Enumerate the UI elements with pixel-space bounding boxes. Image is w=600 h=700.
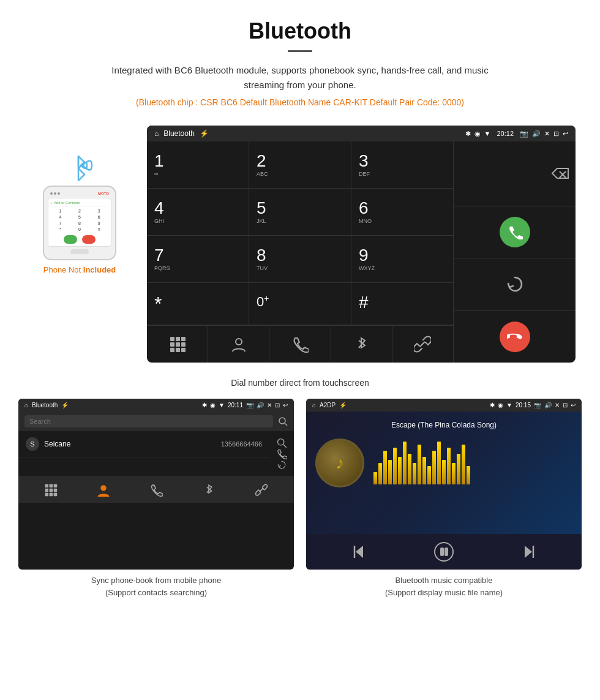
- dial-key-0[interactable]: 0+: [249, 283, 351, 325]
- bottom-screenshots: ⌂ Bluetooth ⚡ ✱ ◉ ▼ 20:11 📷 🔊 ✕ ⊡ ↩: [0, 399, 600, 598]
- list-item[interactable]: S Seicane 13566664466: [18, 431, 269, 457]
- phone-home-button: [70, 249, 89, 254]
- dial-key-2[interactable]: 2 ABC: [249, 141, 351, 188]
- music-loc-icon: ◉: [498, 402, 503, 408]
- pb-sig-icon: ▼: [219, 402, 225, 408]
- pb-main: S Seicane 13566664466: [18, 431, 269, 476]
- music-x-icon[interactable]: ✕: [555, 402, 560, 408]
- pb-bluetooth-bottom-icon[interactable]: [202, 483, 216, 497]
- home-icon[interactable]: ⌂: [154, 129, 159, 138]
- camera-icon[interactable]: 📷: [520, 130, 528, 138]
- music-title: A2DP: [320, 402, 336, 408]
- dial-statusbar: ⌂ Bluetooth ⚡ ✱ ◉ ▼ 20:12 📷 🔊 ✕ ⊡ ↩: [147, 126, 576, 141]
- music-home-icon[interactable]: ⌂: [312, 402, 316, 408]
- volume-icon[interactable]: 🔊: [532, 130, 541, 138]
- pb-refresh-sidebar-icon[interactable]: [276, 459, 287, 470]
- dial-key-1[interactable]: 1 ∞: [147, 141, 249, 188]
- viz-bar: [457, 454, 460, 484]
- music-back-icon[interactable]: ↩: [571, 402, 576, 408]
- viz-bar: [393, 448, 397, 484]
- statusbar-title: Bluetooth: [163, 129, 195, 138]
- contact-list-area: S Seicane 13566664466: [18, 431, 294, 476]
- dialpad-phone-icon[interactable]: [269, 326, 331, 363]
- dialpad-bottom-icons: [147, 325, 453, 363]
- pb-phone-sidebar-icon[interactable]: [276, 448, 287, 459]
- pb-win-icon[interactable]: ⊡: [275, 402, 280, 408]
- redial-button[interactable]: [504, 274, 525, 295]
- music-usb-icon: ⚡: [339, 402, 347, 408]
- call-button[interactable]: [500, 217, 530, 247]
- svg-marker-32: [525, 546, 532, 558]
- music-screen: ⌂ A2DP ⚡ ✱ ◉ ▼ 20:15 📷 🔊 ✕ ⊡ ↩ E: [306, 399, 582, 570]
- viz-bar: [452, 463, 456, 484]
- back-icon[interactable]: ↩: [563, 130, 568, 138]
- play-pause-button[interactable]: [433, 541, 454, 562]
- dial-key-5[interactable]: 5 JKL: [249, 189, 351, 235]
- svg-point-13: [279, 418, 285, 424]
- phone-call-btn: [64, 235, 77, 244]
- dial-display: [454, 141, 576, 206]
- phone-key: 7: [51, 220, 70, 226]
- end-call-button[interactable]: [500, 322, 530, 352]
- music-vol-icon[interactable]: 🔊: [544, 402, 552, 408]
- pb-home-icon[interactable]: ⌂: [24, 402, 28, 408]
- dial-key-4[interactable]: 4 GHI: [147, 189, 249, 235]
- dial-key-9[interactable]: 9 WXYZ: [351, 236, 453, 282]
- pb-user-icon[interactable]: [97, 483, 110, 497]
- music-cam-icon[interactable]: 📷: [534, 402, 541, 408]
- phonebook-card: ⌂ Bluetooth ⚡ ✱ ◉ ▼ 20:11 📷 🔊 ✕ ⊡ ↩: [18, 399, 294, 598]
- prev-button[interactable]: [351, 543, 368, 560]
- pb-back-icon[interactable]: ↩: [283, 402, 288, 408]
- dial-key-6[interactable]: 6 MNO: [351, 189, 453, 235]
- viz-bar: [413, 463, 416, 484]
- pb-x-icon[interactable]: ✕: [267, 402, 272, 408]
- svg-rect-9: [181, 348, 186, 352]
- dial-key-star[interactable]: *: [147, 283, 249, 325]
- phonebook-caption: Sync phone-book from mobile phone(Suppor…: [18, 570, 294, 598]
- pb-link-bottom-icon[interactable]: [255, 483, 268, 497]
- dialpad-link-icon[interactable]: [392, 326, 453, 363]
- pb-statusbar: ⌂ Bluetooth ⚡ ✱ ◉ ▼ 20:11 📷 🔊 ✕ ⊡ ↩: [18, 399, 294, 412]
- viz-bar: [408, 454, 411, 484]
- backspace-button[interactable]: [551, 166, 569, 181]
- window-icon[interactable]: ⊡: [553, 130, 559, 138]
- music-controls: [306, 534, 582, 570]
- page-header: Bluetooth Integrated with BC6 Bluetooth …: [0, 0, 600, 126]
- svg-rect-5: [176, 342, 180, 347]
- svg-rect-7: [170, 348, 174, 352]
- pb-bt-icon: ✱: [202, 402, 207, 408]
- viz-bar: [462, 445, 465, 484]
- pb-vol-icon[interactable]: 🔊: [257, 402, 264, 408]
- music-bt-icon: ✱: [490, 402, 495, 408]
- dial-key-hash[interactable]: #: [351, 283, 453, 325]
- svg-rect-23: [45, 493, 49, 497]
- dial-key-3[interactable]: 3 DEF: [351, 141, 453, 188]
- music-win-icon[interactable]: ⊡: [563, 402, 568, 408]
- pb-sidebar-icons: [269, 431, 294, 476]
- dial-key-8[interactable]: 8 TUV: [249, 236, 351, 282]
- next-button[interactable]: [520, 543, 537, 560]
- dialpad-contacts-icon[interactable]: [208, 326, 269, 363]
- pb-grid-icon[interactable]: [44, 483, 58, 497]
- main-section: MOTO + Add to Contacts 1 2 3 4 5 6 7 8 9…: [0, 126, 600, 363]
- close-icon[interactable]: ✕: [544, 130, 550, 138]
- search-input[interactable]: [24, 415, 273, 427]
- svg-rect-3: [181, 337, 186, 341]
- dial-caption: Dial number direct from touchscreen: [0, 372, 600, 399]
- phone-key: 8: [70, 220, 89, 226]
- music-visualizer: [373, 442, 572, 484]
- music-caption: Bluetooth music compatible(Support displ…: [306, 570, 582, 598]
- contact-number: 13566664466: [221, 440, 262, 448]
- pb-phone-bottom-icon[interactable]: [149, 483, 163, 497]
- pb-cam-icon[interactable]: 📷: [246, 402, 253, 408]
- dialpad-grid-icon[interactable]: [147, 326, 208, 363]
- dial-key-7[interactable]: 7 PQRS: [147, 236, 249, 282]
- phone-not-included-label: Phone Not Included: [43, 265, 116, 274]
- phone-key: 0: [70, 227, 89, 232]
- bt-icon: ✱: [465, 130, 471, 138]
- svg-rect-19: [54, 484, 58, 488]
- dialpad-bluetooth-icon[interactable]: [331, 326, 392, 363]
- svg-rect-4: [170, 342, 174, 347]
- pb-search-sidebar-icon[interactable]: [276, 437, 287, 448]
- header-divider: [288, 50, 312, 52]
